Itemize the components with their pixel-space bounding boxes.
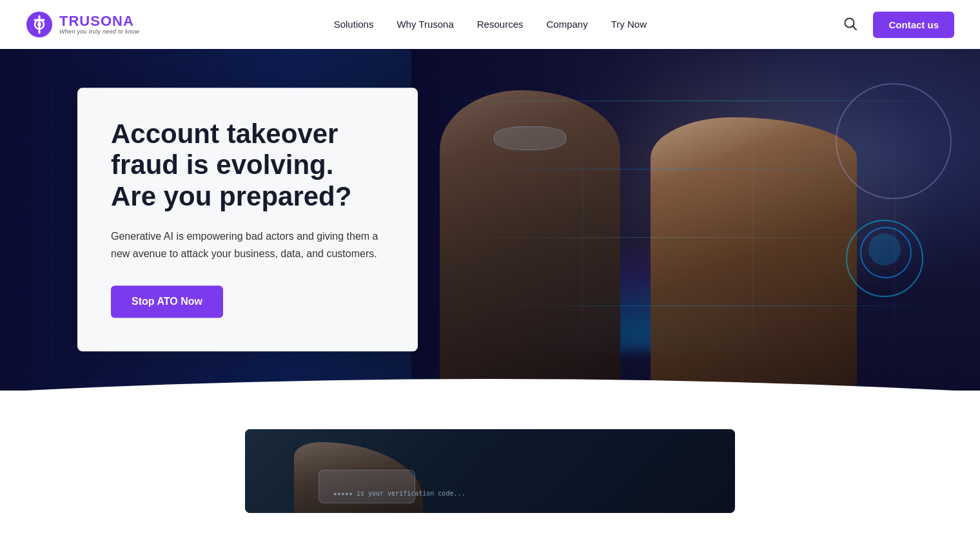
nav-right: Contact us bbox=[841, 12, 954, 38]
nav-item-why-trusona[interactable]: Why Trusona bbox=[397, 19, 453, 30]
brand-tagline: When you truly need to know bbox=[59, 29, 139, 35]
below-card-image: ★★★★★ is your verification code... bbox=[245, 429, 735, 513]
brand-name: TRUSONA bbox=[59, 14, 139, 29]
svg-point-2 bbox=[37, 23, 41, 26]
nav-item-resources[interactable]: Resources bbox=[477, 19, 524, 30]
contact-us-button[interactable]: Contact us bbox=[873, 12, 954, 38]
brand-name-part2: SONA bbox=[90, 13, 134, 29]
stop-ato-button[interactable]: Stop ATO Now bbox=[111, 286, 223, 318]
nav-item-solutions[interactable]: Solutions bbox=[334, 19, 374, 30]
trusona-logo-icon bbox=[26, 11, 53, 38]
hero-title-line3: Are you prepared? bbox=[111, 181, 351, 211]
brand-name-part1: TRU bbox=[59, 13, 90, 29]
verification-code-text: ★★★★★ is your verification code... bbox=[333, 490, 466, 497]
hero-people-visual bbox=[411, 49, 980, 391]
logo-text: TRUSONA When you truly need to know bbox=[59, 14, 139, 35]
nav-item-company[interactable]: Company bbox=[546, 19, 587, 30]
logo[interactable]: TRUSONA When you truly need to know bbox=[26, 11, 139, 38]
hero-content-card: Account takeover fraud is evolving. Are … bbox=[77, 88, 418, 351]
navbar: TRUSONA When you truly need to know Solu… bbox=[0, 0, 980, 49]
search-icon bbox=[843, 17, 858, 31]
below-fold-section: ★★★★★ is your verification code... bbox=[0, 391, 980, 513]
hero-image bbox=[411, 49, 980, 391]
search-button[interactable] bbox=[841, 14, 860, 35]
hero-title-line1: Account takeover bbox=[111, 119, 338, 149]
hero-section: Account takeover fraud is evolving. Are … bbox=[0, 49, 980, 391]
nav-menu: Solutions Why Trusona Resources Company … bbox=[334, 19, 647, 30]
hero-title-line2: fraud is evolving. bbox=[111, 150, 333, 180]
hero-title: Account takeover fraud is evolving. Are … bbox=[111, 119, 382, 212]
hero-bottom-curve bbox=[0, 366, 980, 391]
nav-item-try-now[interactable]: Try Now bbox=[611, 19, 647, 30]
below-card: ★★★★★ is your verification code... bbox=[245, 429, 735, 513]
hero-subtitle: Generative AI is empowering bad actors a… bbox=[111, 227, 382, 262]
svg-line-4 bbox=[853, 26, 857, 30]
